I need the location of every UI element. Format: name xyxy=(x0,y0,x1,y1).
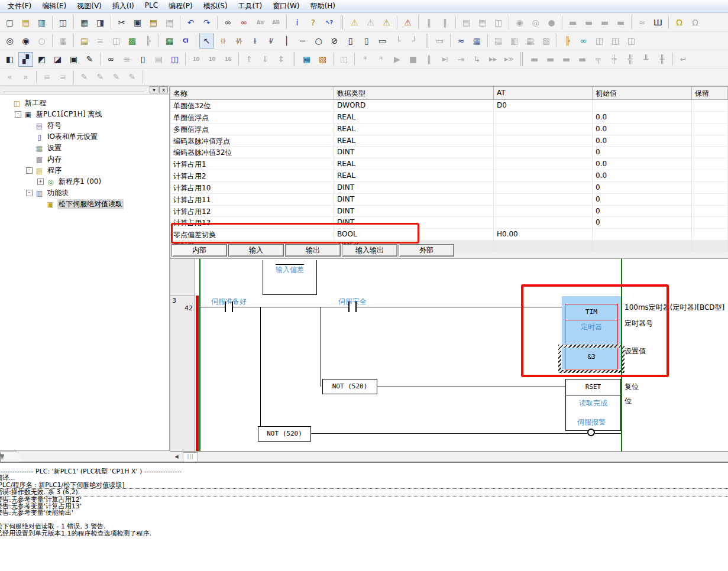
table-cell[interactable] xyxy=(692,112,728,123)
output-message-link[interactable]: 警告:无参考变量'计算占用12' xyxy=(0,497,728,503)
show-comments-icon[interactable]: ▤ xyxy=(77,34,92,48)
paste-icon[interactable]: ▤ xyxy=(146,15,161,30)
table-cell[interactable]: 0 xyxy=(593,194,692,205)
table-cell[interactable] xyxy=(692,100,728,111)
table-cell[interactable]: 计算占用13 xyxy=(170,217,334,228)
symbol-table-view-icon[interactable]: ▦ xyxy=(162,34,177,48)
table-cell[interactable] xyxy=(593,100,692,111)
contact1-bar-right[interactable] xyxy=(232,301,233,312)
panel-collapse-button[interactable]: ▾ xyxy=(150,86,158,93)
tree-item-settings[interactable]: ▦设置 xyxy=(0,142,169,154)
panel-close-button[interactable]: x xyxy=(159,86,168,93)
table-row[interactable]: 单圈值32位DWORDD0 xyxy=(170,100,728,112)
table-cell[interactable]: 0.0 xyxy=(593,112,692,123)
instruction-not-tool-icon[interactable]: ▯ xyxy=(359,34,374,48)
not-block-2[interactable]: NOT (520) xyxy=(258,426,311,442)
time-chart-monitor-icon[interactable]: Ш xyxy=(651,15,665,30)
table-row[interactable]: 编码器脉冲值浮点REAL0.0 xyxy=(170,135,728,147)
redo-icon[interactable]: ↷ xyxy=(199,15,214,30)
table-cell[interactable]: 编码器脉冲值32位 xyxy=(170,147,334,158)
menu-item-tools[interactable]: 工具(T) xyxy=(233,0,268,12)
table-cell[interactable]: DINT xyxy=(334,217,494,228)
to-mnemonic-icon[interactable]: ≈ xyxy=(454,34,468,48)
contact-nc-tool-icon[interactable]: ┤/├ xyxy=(231,34,246,48)
work-online-simulator-icon[interactable]: ▧ xyxy=(315,52,330,67)
search-report-icon[interactable]: ◫ xyxy=(56,15,70,30)
tree-item-io-table[interactable]: ▯IO表和单元设置 xyxy=(0,131,169,142)
table-cell[interactable]: 零点偏差切换 xyxy=(170,229,334,240)
table-cell[interactable] xyxy=(494,147,593,158)
table-cell[interactable]: 单圈值浮点 xyxy=(170,112,334,123)
table-cell[interactable] xyxy=(593,241,692,252)
table-header-cell[interactable]: 名称 xyxy=(170,87,334,99)
contact2-bar-left[interactable] xyxy=(348,301,350,312)
table-cell[interactable] xyxy=(494,182,593,193)
compile-icon[interactable]: ⚠ xyxy=(347,15,362,30)
tree-expander-program-1[interactable]: + xyxy=(37,179,44,185)
table-cell[interactable]: 计算占用11 xyxy=(170,194,334,205)
monitor-window-icon[interactable]: ◩ xyxy=(34,52,49,67)
table-cell[interactable]: 0 xyxy=(593,147,692,158)
table-cell[interactable] xyxy=(692,229,728,240)
coil-not-tool-icon[interactable]: ⊘ xyxy=(327,34,342,48)
output-coil[interactable] xyxy=(587,429,595,436)
table-cell[interactable]: BOOL xyxy=(334,229,494,240)
tree-item-programs[interactable]: -▨程序 xyxy=(0,165,169,176)
table-cell[interactable]: REAL xyxy=(334,135,494,147)
new-window-icon[interactable]: ▣ xyxy=(66,52,81,67)
toolbar-grip[interactable] xyxy=(426,34,428,48)
toolbar-grip[interactable] xyxy=(341,15,343,30)
table-row[interactable]: 多圈值浮点REAL0.0 xyxy=(170,124,728,135)
hscroll-left-arrow[interactable]: ◀ xyxy=(172,453,181,461)
table-cell[interactable] xyxy=(494,124,593,135)
contact2-bar-right[interactable] xyxy=(355,301,357,312)
menu-item-plc[interactable]: PLC xyxy=(140,0,163,12)
io-comment-view-icon[interactable]: ▩ xyxy=(125,34,140,48)
table-row[interactable]: 计算占用1REAL0.0 xyxy=(170,158,728,170)
table-cell[interactable]: 编码器脉冲值浮点 xyxy=(170,135,334,147)
table-header-cell[interactable]: 初始值 xyxy=(593,87,692,99)
table-row[interactable]: 计算占用13DINT0 xyxy=(170,217,728,229)
table-cell[interactable]: 0 xyxy=(593,182,692,193)
section-tab-[interactable]: 输出 xyxy=(285,244,341,257)
select-tool-icon[interactable]: ↖ xyxy=(199,34,214,48)
menu-item-view[interactable]: 视图(V) xyxy=(72,0,107,12)
table-row[interactable]: 计算占用2REAL0.0 xyxy=(170,170,728,182)
table-cell[interactable] xyxy=(494,217,593,228)
table-cell[interactable] xyxy=(494,194,593,205)
partial-instruction-block[interactable]: 输入偏差 xyxy=(263,260,317,295)
table-cell[interactable] xyxy=(692,135,728,147)
table-header-cell[interactable]: AT xyxy=(494,87,593,99)
table-cell[interactable] xyxy=(494,112,593,123)
undo-icon[interactable]: ↶ xyxy=(183,15,198,30)
menu-item-edit[interactable]: 编辑(E) xyxy=(37,0,72,12)
copy-icon[interactable]: ▣ xyxy=(130,15,145,30)
table-cell[interactable]: 0.0 xyxy=(593,124,692,135)
table-cell[interactable]: 计算占用2 xyxy=(170,170,334,181)
menu-item-simulation[interactable]: 模拟(S) xyxy=(198,0,233,12)
table-cell[interactable]: REAL xyxy=(334,170,494,181)
table-cell[interactable] xyxy=(692,124,728,135)
table-cell[interactable] xyxy=(692,158,728,170)
open-file-icon[interactable]: ▤ xyxy=(18,15,33,30)
section-tab-[interactable]: 输入 xyxy=(228,244,284,257)
data-display-icon[interactable]: ◫ xyxy=(167,52,182,67)
work-online-icon[interactable]: ▦ xyxy=(299,52,314,67)
table-cell[interactable]: D0 xyxy=(494,100,593,111)
ladder-hscrollbar[interactable]: ◀ ||| xyxy=(170,451,728,462)
table-cell[interactable]: 0.0 xyxy=(593,135,692,147)
table-cell[interactable] xyxy=(494,206,593,217)
properties-icon[interactable]: ✎ xyxy=(82,52,97,67)
table-cell[interactable]: 0.0 xyxy=(593,158,692,170)
table-cell[interactable] xyxy=(692,194,728,205)
table-cell[interactable] xyxy=(692,241,728,252)
table-cell[interactable] xyxy=(494,241,593,252)
tree-expander-plc[interactable]: - xyxy=(15,111,21,118)
output-message-link[interactable]: 错误:操作数无效. 条 3 (6,2). xyxy=(0,489,728,496)
new-file-icon[interactable]: ▢ xyxy=(2,15,17,30)
table-cell[interactable]: REAL xyxy=(334,158,494,170)
table-cell[interactable] xyxy=(692,147,728,158)
section-tab-active[interactable]: 内部 xyxy=(172,244,227,257)
cross-reference-icon[interactable]: ∞ xyxy=(103,52,118,67)
tree-item-function-blocks[interactable]: -▥功能块 xyxy=(0,187,169,199)
